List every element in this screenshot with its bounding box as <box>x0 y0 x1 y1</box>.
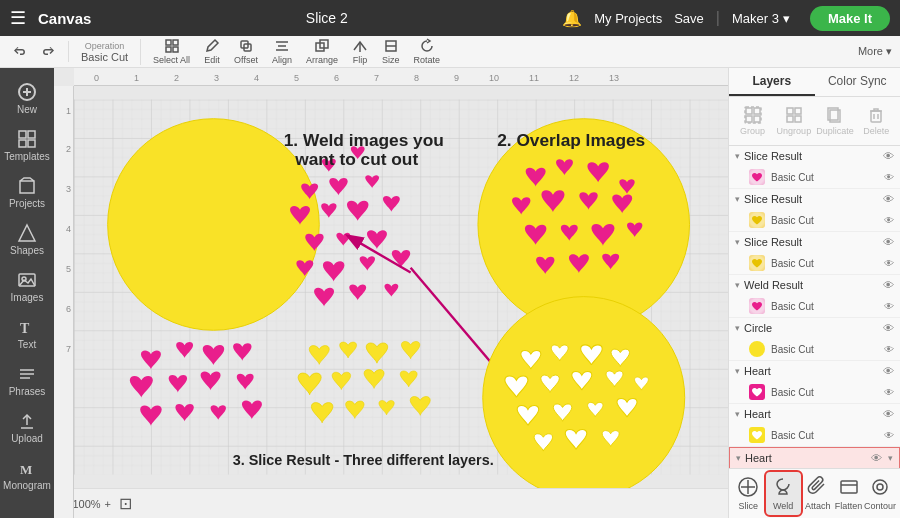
svg-rect-47 <box>795 108 801 114</box>
sidebar-item-upload[interactable]: Upload <box>0 405 54 450</box>
svg-rect-48 <box>787 116 793 122</box>
layer-group-header[interactable]: ▾ Circle 👁 <box>729 318 900 338</box>
layer-group-slice-result-2: ▾ Slice Result 👁 Basic Cut 👁 <box>729 189 900 232</box>
layer-group-slice-result-3: ▾ Slice Result 👁 Basic Cut 👁 <box>729 232 900 275</box>
sidebar-item-projects[interactable]: Projects <box>0 170 54 215</box>
rotate-button[interactable]: Rotate <box>410 36 445 67</box>
layer-group-header[interactable]: ▾ Weld Result 👁 <box>729 275 900 295</box>
layer-item[interactable]: Basic Cut 👁 <box>729 338 900 360</box>
svg-rect-58 <box>841 481 857 493</box>
layer-visibility[interactable]: 👁 <box>884 172 894 183</box>
app-title: Canvas <box>38 10 91 27</box>
layer-item[interactable]: Basic Cut 👁 <box>729 295 900 317</box>
layer-group-header[interactable]: ▾ Slice Result 👁 <box>729 189 900 209</box>
save-button[interactable]: Save <box>674 11 704 26</box>
delete-button[interactable]: Delete <box>857 103 896 139</box>
svg-marker-21 <box>19 225 35 241</box>
doc-title: Slice 2 <box>103 10 550 26</box>
sidebar-item-new[interactable]: New <box>0 76 54 121</box>
layer-group-header[interactable]: ▾ Heart 👁 ▾ <box>730 448 899 468</box>
tab-layers[interactable]: Layers <box>729 68 815 96</box>
layer-group-header[interactable]: ▾ Slice Result 👁 <box>729 146 900 166</box>
svg-rect-49 <box>795 116 801 122</box>
duplicate-button[interactable]: Duplicate <box>816 103 855 139</box>
svg-rect-46 <box>787 108 793 114</box>
panel-actions: Group Ungroup Duplicate Delete <box>729 97 900 146</box>
maker-select[interactable]: Maker 3 ▾ <box>732 11 790 26</box>
sidebar-item-shapes[interactable]: Shapes <box>0 217 54 262</box>
visibility-toggle[interactable]: 👁 <box>883 365 894 377</box>
size-button[interactable]: Size <box>378 36 404 67</box>
layer-group-slice-result-1: ▾ Slice Result 👁 Basic Cut 👁 <box>729 146 900 189</box>
ungroup-button[interactable]: Ungroup <box>774 103 813 139</box>
layer-visibility[interactable]: 👁 <box>884 215 894 226</box>
visibility-toggle[interactable]: 👁 <box>883 150 894 162</box>
layer-item[interactable]: Basic Cut 👁 <box>729 381 900 403</box>
visibility-toggle[interactable]: 👁 <box>883 408 894 420</box>
zoom-level: 100% <box>72 498 100 510</box>
menu-icon[interactable]: ☰ <box>10 7 26 29</box>
layer-visibility[interactable]: 👁 <box>884 301 894 312</box>
layer-group-header[interactable]: ▾ Slice Result 👁 <box>729 232 900 252</box>
layer-item[interactable]: Basic Cut 👁 <box>729 424 900 446</box>
layer-item[interactable]: Basic Cut 👁 <box>729 209 900 231</box>
visibility-toggle[interactable]: 👁 <box>871 452 882 464</box>
my-projects-link[interactable]: My Projects <box>594 11 662 26</box>
group-button[interactable]: Group <box>733 103 772 139</box>
layer-visibility[interactable]: 👁 <box>884 387 894 398</box>
divider: | <box>716 9 720 27</box>
svg-rect-0 <box>166 40 171 45</box>
svg-point-32 <box>108 119 320 331</box>
visibility-toggle[interactable]: 👁 <box>883 193 894 205</box>
layer-item[interactable]: Basic Cut 👁 <box>729 252 900 274</box>
tab-color-sync[interactable]: Color Sync <box>815 68 901 96</box>
operation-button[interactable]: Operation Basic Cut <box>77 39 132 65</box>
svg-rect-2 <box>166 47 171 52</box>
layer-group-circle: ▾ Circle 👁 Basic Cut 👁 <box>729 318 900 361</box>
svg-rect-20 <box>28 140 35 147</box>
layer-group-heart-3: ▾ Heart 👁 ▾ Blank Canvas 👁 <box>729 447 900 468</box>
visibility-toggle[interactable]: 👁 <box>883 322 894 334</box>
bell-icon[interactable]: 🔔 <box>562 9 582 28</box>
svg-rect-45 <box>745 107 761 123</box>
contour-button[interactable]: Contour <box>864 476 896 511</box>
make-it-button[interactable]: Make It <box>810 6 890 31</box>
slice-button[interactable]: Slice <box>733 476 764 511</box>
svg-text:1. Weld images you: 1. Weld images you <box>284 130 444 150</box>
ruler-top: 0 1 2 3 4 5 6 7 8 9 10 11 12 13 <box>74 68 728 86</box>
more-button[interactable]: More ▾ <box>858 45 892 58</box>
left-sidebar: New Templates Projects Shapes Images T T… <box>0 68 54 518</box>
edit-button[interactable]: Edit <box>200 36 224 67</box>
align-button[interactable]: Align <box>268 36 296 67</box>
svg-rect-52 <box>871 111 881 122</box>
arrange-button[interactable]: Arrange <box>302 36 342 67</box>
flatten-button[interactable]: Flatten <box>833 476 864 511</box>
canvas-area[interactable]: 0 1 2 3 4 5 6 7 8 9 10 11 12 13 1 2 3 4 … <box>54 68 728 518</box>
layer-group-header[interactable]: ▾ Heart 👁 <box>729 404 900 424</box>
visibility-toggle[interactable]: 👁 <box>883 236 894 248</box>
layer-group-header[interactable]: ▾ Heart 👁 <box>729 361 900 381</box>
offset-button[interactable]: Offset <box>230 36 262 67</box>
sidebar-item-templates[interactable]: Templates <box>0 123 54 168</box>
redo-button[interactable] <box>36 41 60 62</box>
layer-item[interactable]: Basic Cut 👁 <box>729 166 900 188</box>
svg-rect-18 <box>28 131 35 138</box>
layer-visibility[interactable]: 👁 <box>884 258 894 269</box>
sidebar-item-monogram[interactable]: M Monogram <box>0 452 54 497</box>
undo-button[interactable] <box>8 41 32 62</box>
weld-button[interactable]: Weld <box>764 470 803 517</box>
layer-group-heart-2: ▾ Heart 👁 Basic Cut 👁 <box>729 404 900 447</box>
layer-visibility[interactable]: 👁 <box>884 430 894 441</box>
fit-button[interactable]: ⊡ <box>119 494 132 513</box>
attach-button[interactable]: Attach <box>803 476 834 511</box>
visibility-toggle[interactable]: 👁 <box>883 279 894 291</box>
select-all-button[interactable]: Select All <box>149 36 194 67</box>
layer-group-weld-result: ▾ Weld Result 👁 Basic Cut 👁 <box>729 275 900 318</box>
sidebar-item-phrases[interactable]: Phrases <box>0 358 54 403</box>
sidebar-item-text[interactable]: T Text <box>0 311 54 356</box>
flip-button[interactable]: Flip <box>348 36 372 67</box>
layer-visibility[interactable]: 👁 <box>884 344 894 355</box>
zoom-in-button[interactable]: + <box>105 498 111 510</box>
svg-rect-43 <box>746 116 752 122</box>
sidebar-item-images[interactable]: Images <box>0 264 54 309</box>
